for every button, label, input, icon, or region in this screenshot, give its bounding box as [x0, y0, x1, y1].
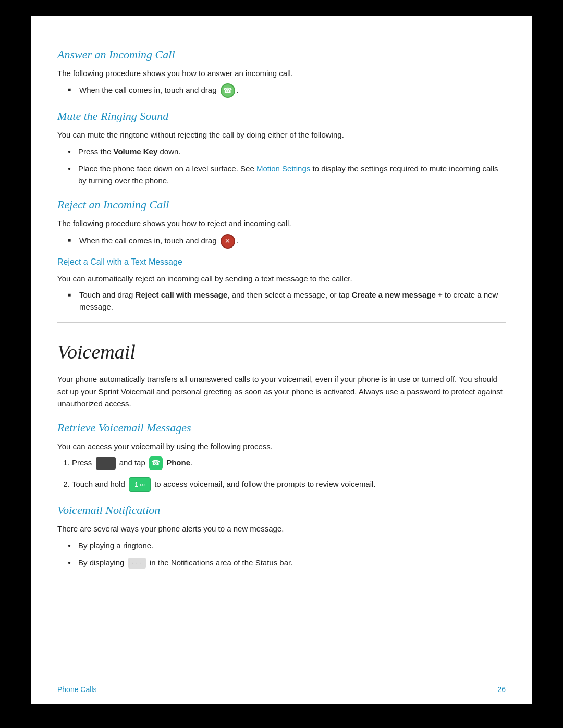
retrieve-body: You can access your voicemail by using t…: [57, 440, 506, 452]
notification-bullet2-post: in the Notifications area of the Status …: [150, 558, 292, 567]
notification-dots-icon: · · ·: [128, 558, 146, 569]
reject-sub-bold1: Reject call with message: [136, 290, 228, 299]
notification-body: There are several ways your phone alerts…: [57, 523, 506, 535]
footer-right: 26: [497, 684, 506, 695]
retrieve-step1-bold: Phone: [166, 458, 190, 467]
section-divider: [57, 322, 506, 323]
answer-body: The following procedure shows you how to…: [57, 67, 506, 79]
reject-title: Reject an Incoming Call: [57, 196, 506, 213]
notification-list: By playing a ringtone. By displaying · ·…: [68, 539, 506, 569]
mute-list: Press the Volume Key down. Place the pho…: [68, 145, 506, 187]
reject-sub-list: Touch and drag Reject call with message,…: [68, 289, 506, 313]
mute-list-item-1: Press the Volume Key down.: [68, 145, 506, 157]
retrieve-step2-pre: Touch and hold: [72, 479, 125, 488]
retrieve-step1-pre: Press: [72, 458, 92, 467]
mute-bullet2-pre: Place the phone face down on a level sur…: [78, 164, 256, 173]
notification-bullet-1: By playing a ringtone.: [68, 539, 506, 551]
reject-sub-bold2: Create a new message +: [352, 290, 443, 299]
reject-sub-body: You can automatically reject an incoming…: [57, 273, 506, 285]
answer-list-item: When the call comes in, touch and drag .: [68, 83, 506, 98]
voicemail-title: Voicemail: [57, 337, 506, 367]
page-footer: Phone Calls 26: [57, 680, 506, 695]
notification-title: Voicemail Notification: [57, 501, 506, 519]
reject-body: The following procedure shows you how to…: [57, 217, 506, 229]
mute-bullet1-pre: Press the: [78, 147, 114, 156]
notification-bullet2-pre: By displaying: [78, 558, 124, 567]
phone-green-icon: [221, 83, 235, 98]
voicemail-key-icon: 1 ∞: [129, 477, 151, 492]
notification-bullet-2: By displaying · · · in the Notifications…: [68, 557, 506, 569]
reject-list: When the call comes in, touch and drag .: [68, 234, 506, 249]
mute-bullet1-bold: Volume Key: [114, 147, 158, 156]
reject-sub-list-item: Touch and drag Reject call with message,…: [68, 289, 506, 313]
reject-list-item: When the call comes in, touch and drag .: [68, 234, 506, 249]
retrieve-list: Press and tap Phone. Touch and hold 1 ∞ …: [72, 456, 506, 492]
mute-list-item-2: Place the phone face down on a level sur…: [68, 163, 506, 187]
phone-app-icon: [149, 456, 163, 470]
mute-title: Mute the Ringing Sound: [57, 107, 506, 125]
reject-bullet-text: When the call comes in, touch and drag: [79, 236, 216, 244]
retrieve-step2-post: to access voicemail, and follow the prom…: [154, 479, 375, 488]
retrieve-step-1: Press and tap Phone.: [72, 456, 506, 470]
phone-red-icon: [221, 234, 235, 249]
answer-title: Answer an Incoming Call: [57, 46, 506, 63]
motion-settings-link[interactable]: Motion Settings: [256, 164, 310, 173]
reject-sub-title: Reject a Call with a Text Message: [57, 256, 506, 268]
mute-body: You can mute the ringtone without reject…: [57, 129, 506, 141]
mute-bullet1-post: down.: [157, 147, 180, 156]
page-content: Answer an Incoming Call The following pr…: [31, 16, 532, 704]
retrieve-step1-mid: and tap: [119, 458, 145, 467]
notification-bullet1-text: By playing a ringtone.: [78, 541, 153, 550]
reject-sub-mid: , and then select a message, or tap: [227, 290, 351, 299]
retrieve-step-2: Touch and hold 1 ∞ to access voicemail, …: [72, 477, 506, 492]
home-button-icon: [96, 457, 116, 470]
footer-left: Phone Calls: [57, 684, 97, 695]
answer-list: When the call comes in, touch and drag .: [68, 83, 506, 98]
answer-bullet-text: When the call comes in, touch and drag: [79, 85, 216, 94]
reject-sub-pre: Touch and drag: [79, 290, 136, 299]
retrieve-title: Retrieve Voicemail Messages: [57, 419, 506, 436]
voicemail-body: Your phone automatically transfers all u…: [57, 373, 506, 410]
